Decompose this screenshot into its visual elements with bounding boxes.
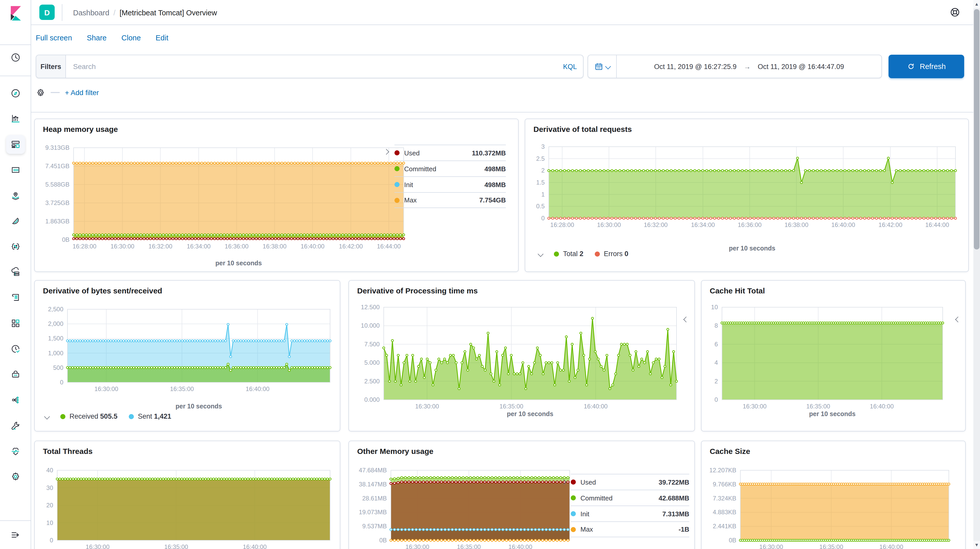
refresh-button[interactable]: Refresh [889, 55, 964, 78]
total-threads-chart[interactable]: 01020304016:30:0016:35:0016:40:00per 10 … [39, 461, 335, 549]
svg-text:2.500: 2.500 [364, 378, 380, 385]
dashboard-avatar-badge[interactable]: D [39, 5, 55, 20]
legend-collapse-icon[interactable] [955, 317, 961, 322]
full-screen-button[interactable]: Full screen [36, 34, 72, 42]
help-icon[interactable] [949, 6, 961, 18]
date-picker-group: Oct 11, 2019 @ 16:27:25.9 → Oct 11, 2019… [588, 55, 882, 78]
canvas-icon [10, 164, 21, 176]
share-button[interactable]: Share [87, 34, 107, 42]
legend-label: Init [404, 181, 413, 188]
svg-text:0B: 0B [62, 236, 70, 243]
breadcrumb-separator: / [113, 8, 116, 17]
scrollbar-thumb[interactable] [974, 9, 980, 249]
legend-row-used[interactable]: Used39.722MB [571, 474, 689, 490]
svg-text:8: 8 [714, 322, 718, 329]
svg-text:2: 2 [541, 167, 545, 174]
svg-text:16:30:00: 16:30:00 [415, 403, 439, 410]
svg-text:16:44:00: 16:44:00 [377, 243, 401, 250]
legend-label: Committed [404, 165, 436, 172]
legend-color-dot [571, 511, 576, 516]
legend-row-committed[interactable]: Committed42.688MB [571, 490, 689, 506]
legend-value: 0 [625, 250, 628, 258]
kibana-logo[interactable] [7, 4, 24, 22]
svg-text:16:35:00: 16:35:00 [170, 385, 194, 392]
siem-icon [10, 369, 21, 380]
maps-icon [10, 190, 21, 201]
cache-size-chart[interactable]: 0B2.441KB4.883KB7.324KB9.766KB12.207KB16… [705, 461, 956, 549]
sidebar-item-graph[interactable] [6, 391, 25, 409]
legend-item-received[interactable]: Received 505.5 [60, 413, 118, 420]
kql-toggle[interactable]: KQL [557, 55, 583, 78]
legend-collapse-icon[interactable] [44, 413, 50, 420]
sidebar-item-apm[interactable] [6, 237, 25, 256]
date-from[interactable]: Oct 11, 2019 @ 16:27:25.9 [654, 62, 737, 70]
sidebar-item-discover[interactable] [6, 84, 25, 103]
svg-text:per 10 seconds: per 10 seconds [215, 259, 262, 267]
add-filter-link[interactable]: + Add filter [65, 88, 99, 97]
legend-collapse-icon[interactable] [538, 251, 544, 257]
scroll-down-arrow[interactable]: ▼ [974, 541, 980, 549]
sidebar-item-maps[interactable] [6, 186, 25, 205]
legend-color-dot [129, 414, 134, 419]
svg-text:16:35:00: 16:35:00 [500, 403, 523, 410]
requests-legend: Total 2Errors 0 [539, 250, 628, 258]
collapse-nav-icon[interactable] [6, 525, 25, 544]
legend-label: Errors 0 [604, 250, 628, 258]
legend-color-dot [395, 182, 399, 187]
heap-memory-chart[interactable]: 0B1.863GB3.725GB5.588GB7.451GB9.313GB16:… [42, 140, 408, 268]
infrastructure-icon [10, 318, 21, 329]
processing-time-chart[interactable]: 0.0002.5005.0007.50010.00012.50016:30:00… [353, 299, 688, 419]
page-scrollbar[interactable]: ▲ ▼ [974, 0, 980, 549]
legend-item-total[interactable]: Total 2 [554, 250, 584, 258]
sidebar-item-siem[interactable] [6, 365, 25, 384]
total-requests-chart[interactable]: 00.511.522.5316:28:0016:30:0016:32:0016:… [530, 139, 964, 254]
sidebar-item-recently-viewed[interactable] [6, 48, 25, 67]
svg-text:16:44:00: 16:44:00 [925, 221, 949, 228]
sidebar-item-logs[interactable] [6, 288, 25, 307]
sidebar-item-uptime-monitor[interactable] [6, 340, 25, 358]
sidebar-item-canvas[interactable] [6, 161, 25, 179]
sidebar-item-infrastructure[interactable] [6, 314, 25, 333]
legend-row-max[interactable]: Max7.754GB [395, 192, 506, 208]
svg-text:16:28:00: 16:28:00 [550, 221, 574, 228]
sidebar-item-visualize[interactable] [6, 109, 25, 128]
calendar-button[interactable] [588, 55, 617, 78]
legend-color-dot [60, 414, 65, 419]
clone-button[interactable]: Clone [121, 34, 141, 42]
legend-item-errors[interactable]: Errors 0 [595, 250, 628, 258]
sidebar-item-stack-monitoring[interactable] [6, 442, 25, 461]
legend-row-committed[interactable]: Committed498MB [395, 161, 506, 176]
date-to[interactable]: Oct 11, 2019 @ 16:44:47.09 [758, 62, 844, 70]
bytes-chart[interactable]: 05001,0001,5002,0002,50016:30:0016:35:00… [39, 299, 335, 412]
cache-hit-chart[interactable]: 024681016:30:0016:35:0016:40:00per 10 se… [705, 299, 955, 419]
chevron-down-icon [605, 64, 611, 70]
svg-text:16:40:00: 16:40:00 [301, 243, 325, 250]
svg-text:16:36:00: 16:36:00 [738, 221, 762, 228]
svg-text:3.725GB: 3.725GB [45, 199, 70, 206]
edit-button[interactable]: Edit [156, 34, 169, 42]
panel-title: Derivative of Processing time ms [357, 286, 478, 295]
legend-row-max[interactable]: Max-1B [571, 521, 689, 537]
scroll-up-arrow[interactable]: ▲ [974, 0, 980, 8]
legend-row-init[interactable]: Init7.313MB [571, 506, 689, 521]
legend-row-init[interactable]: Init498MB [395, 176, 506, 192]
legend-item-sent[interactable]: Sent 1,421 [129, 413, 172, 420]
other-memory-chart[interactable]: 0B9.537MB19.073MB28.61MB38.147MB47.684MB… [350, 461, 575, 549]
sidebar-item-management[interactable] [6, 467, 25, 486]
filter-settings-gear-icon[interactable] [36, 88, 46, 97]
filters-button[interactable]: Filters [36, 55, 66, 78]
svg-text:16:40:00: 16:40:00 [243, 543, 267, 549]
svg-text:1.863GB: 1.863GB [45, 218, 70, 225]
sidebar-item-machine-learning[interactable] [6, 212, 25, 231]
query-bar: Filters KQL [36, 55, 584, 78]
legend-row-used[interactable]: Used110.372MB [395, 145, 506, 161]
sidebar-item-uptime[interactable] [6, 263, 25, 282]
legend-color-dot [554, 251, 559, 256]
legend-label: Used [581, 478, 596, 486]
sidebar-item-dev-tools[interactable] [6, 416, 25, 435]
kibana-app: D Dashboard / [Metricbeat Tomcat] Overvi… [0, 0, 980, 549]
svg-text:16:40:00: 16:40:00 [508, 543, 532, 549]
sidebar-item-dashboard[interactable] [6, 135, 25, 154]
breadcrumb-dashboard-link[interactable]: Dashboard [73, 8, 109, 17]
search-input[interactable] [66, 55, 557, 78]
